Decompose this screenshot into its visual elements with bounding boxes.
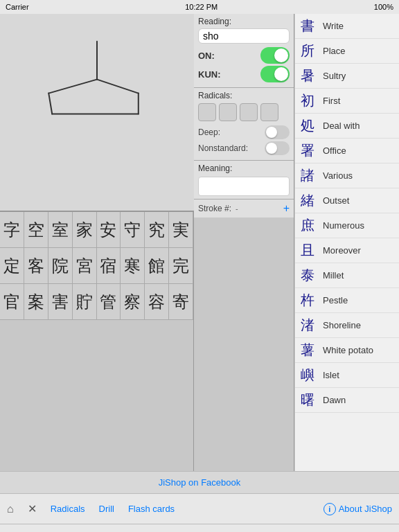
kanji-cell[interactable]: 害 bbox=[48, 284, 73, 320]
kanji-cell[interactable]: 実 bbox=[169, 212, 193, 248]
radical-box-3[interactable] bbox=[240, 103, 258, 121]
flashcards-button[interactable]: Flash cards bbox=[128, 504, 175, 514]
radicals-button[interactable]: Radicals bbox=[51, 504, 85, 514]
drawing-panel: 字空室家安守究実定客院宮宿寒館完官案害貯管察容寄 bbox=[0, 14, 194, 471]
kun-label: KUN: bbox=[198, 69, 221, 80]
kanji-cell[interactable]: 空 bbox=[24, 212, 48, 248]
kanji-cell[interactable]: 館 bbox=[145, 248, 169, 284]
radical-box-1[interactable] bbox=[198, 103, 216, 121]
middle-panel: Reading: ✕ ON: KUN: Radicals: bbox=[194, 14, 294, 471]
result-meaning: Outset bbox=[323, 195, 349, 206]
result-row[interactable]: 薯White potato bbox=[295, 338, 399, 363]
meaning-input[interactable] bbox=[198, 177, 290, 196]
status-bar: Carrier 10:22 PM 100% bbox=[0, 0, 399, 14]
result-meaning: Shoreline bbox=[323, 320, 361, 330]
kanji-cell[interactable]: 安 bbox=[97, 212, 121, 248]
result-row[interactable]: 所Place bbox=[295, 39, 399, 64]
on-toggle[interactable] bbox=[260, 47, 290, 64]
kanji-cell[interactable]: 管 bbox=[97, 284, 121, 320]
result-meaning: Deal with bbox=[323, 121, 360, 131]
radical-box-4[interactable] bbox=[260, 103, 278, 121]
meaning-label: Meaning: bbox=[198, 163, 290, 173]
result-kanji: 初 bbox=[301, 91, 320, 110]
nonstandard-label: Nonstandard: bbox=[198, 143, 248, 153]
facebook-link[interactable]: JiShop on Facebook bbox=[159, 477, 241, 488]
kanji-cell[interactable]: 守 bbox=[121, 212, 145, 248]
radical-box-2[interactable] bbox=[219, 103, 237, 121]
kun-toggle[interactable] bbox=[260, 66, 290, 82]
stroke-plus-button[interactable]: + bbox=[283, 202, 290, 215]
result-row[interactable]: 渚Shoreline bbox=[295, 313, 399, 338]
result-kanji: 暑 bbox=[301, 66, 320, 85]
drawing-canvas-svg bbox=[0, 14, 194, 211]
result-meaning: Numerous bbox=[323, 220, 364, 231]
kanji-cell[interactable]: 宿 bbox=[97, 248, 121, 284]
kanji-cell[interactable]: 宮 bbox=[73, 248, 97, 284]
search-row: ✕ bbox=[198, 28, 290, 44]
kanji-cell[interactable]: 定 bbox=[0, 248, 24, 284]
result-meaning: White potato bbox=[323, 345, 373, 355]
result-row[interactable]: 処Deal with bbox=[295, 114, 399, 139]
facebook-bar: JiShop on Facebook bbox=[0, 471, 399, 493]
deep-label: Deep: bbox=[198, 127, 220, 137]
result-row[interactable]: 杵Pestle bbox=[295, 288, 399, 313]
about-button[interactable]: About JiShop bbox=[339, 504, 392, 514]
kanji-cell[interactable]: 察 bbox=[121, 284, 145, 320]
reading-section: Reading: ✕ ON: KUN: bbox=[194, 14, 294, 88]
kanji-cell[interactable]: 寒 bbox=[121, 248, 145, 284]
kanji-cell[interactable]: 官 bbox=[0, 284, 24, 320]
result-kanji: 所 bbox=[301, 42, 320, 60]
kanji-cell[interactable]: 院 bbox=[48, 248, 73, 284]
stroke-min: - bbox=[236, 204, 238, 213]
drill-button[interactable]: Drill bbox=[99, 504, 114, 514]
result-row[interactable]: 署Office bbox=[295, 139, 399, 163]
kanji-cell[interactable]: 客 bbox=[24, 248, 48, 284]
result-row[interactable]: 泰Millet bbox=[295, 263, 399, 288]
reading-label: Reading: bbox=[198, 17, 290, 26]
radicals-label: Radicals: bbox=[198, 91, 290, 100]
svg-line-1 bbox=[48, 80, 97, 94]
kanji-cell[interactable]: 案 bbox=[24, 284, 48, 320]
home-icon[interactable]: ⌂ bbox=[7, 503, 14, 515]
stroke-label: Stroke #: bbox=[198, 204, 231, 213]
nav-bar: ↩ ↪ ⧉ ⌄ bbox=[0, 524, 399, 532]
kanji-cell[interactable]: 究 bbox=[145, 212, 169, 248]
meaning-section: Meaning: bbox=[194, 161, 294, 200]
result-meaning: Various bbox=[323, 170, 353, 181]
result-row[interactable]: 嶼Islet bbox=[295, 363, 399, 388]
drawing-area[interactable] bbox=[0, 14, 194, 211]
result-kanji: 処 bbox=[301, 116, 320, 135]
results-panel: 書Write所Place暑Sultry初First処Deal with署Offi… bbox=[294, 14, 399, 471]
on-label: ON: bbox=[198, 51, 215, 61]
result-row[interactable]: 曙Dawn bbox=[295, 388, 399, 413]
nonstandard-toggle[interactable] bbox=[265, 141, 290, 155]
kanji-cell[interactable]: 室 bbox=[48, 212, 73, 248]
result-row[interactable]: 諸Various bbox=[295, 163, 399, 188]
result-row[interactable]: 且Moreover bbox=[295, 238, 399, 263]
kanji-cell[interactable]: 容 bbox=[145, 284, 169, 320]
stroke-range: - bbox=[236, 204, 279, 213]
stroke-section: Stroke #: - + bbox=[194, 200, 294, 218]
result-row[interactable]: 緒Outset bbox=[295, 188, 399, 213]
result-kanji: 渚 bbox=[301, 316, 320, 335]
result-row[interactable]: 初First bbox=[295, 89, 399, 114]
result-row[interactable]: 書Write bbox=[295, 14, 399, 39]
kanji-cell[interactable]: 家 bbox=[73, 212, 97, 248]
time-label: 10:22 PM bbox=[185, 3, 218, 11]
result-meaning: Sultry bbox=[323, 71, 346, 81]
result-meaning: Write bbox=[323, 21, 344, 31]
nonstandard-toggle-row: Nonstandard: bbox=[198, 141, 290, 155]
kanji-cell[interactable]: 完 bbox=[169, 248, 193, 284]
kanji-cell[interactable]: 寄 bbox=[169, 284, 193, 320]
kanji-cell[interactable]: 字 bbox=[0, 212, 24, 248]
result-row[interactable]: 庶Numerous bbox=[295, 213, 399, 238]
kanji-cell[interactable]: 貯 bbox=[73, 284, 97, 320]
x-icon[interactable]: ✕ bbox=[28, 502, 37, 515]
deep-toggle[interactable] bbox=[265, 125, 290, 139]
result-meaning: Islet bbox=[323, 370, 339, 380]
result-row[interactable]: 暑Sultry bbox=[295, 64, 399, 89]
main-container: 字空室家安守究実定客院宮宿寒館完官案害貯管察容寄 Reading: ✕ ON: … bbox=[0, 14, 399, 471]
svg-line-5 bbox=[97, 80, 139, 94]
result-meaning: Millet bbox=[323, 270, 344, 281]
result-meaning: Place bbox=[323, 46, 346, 56]
